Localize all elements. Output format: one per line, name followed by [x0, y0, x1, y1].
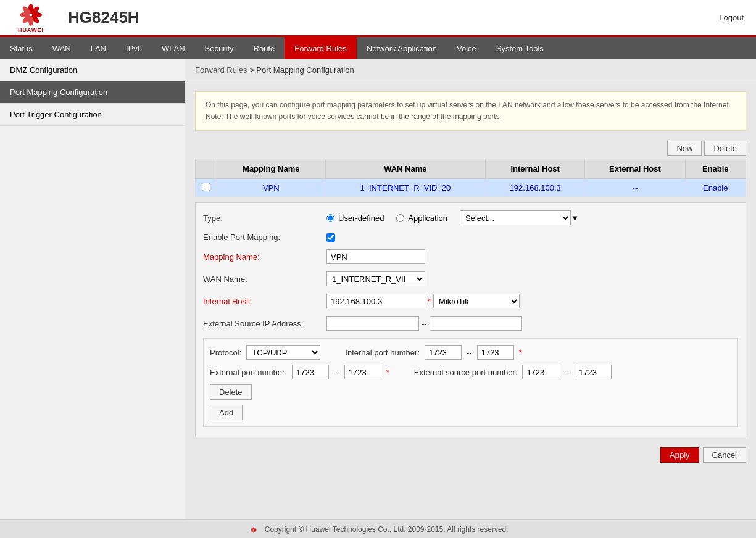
bottom-buttons: Apply Cancel — [195, 447, 746, 463]
enable-pm-label: Enable Port Mapping: — [203, 233, 326, 242]
breadcrumb-current: Port Mapping Configuration — [256, 65, 354, 75]
footer-text: Copyright © Huawei Technologies Co., Ltd… — [265, 525, 509, 534]
col-internal-host: Internal Host — [486, 159, 585, 179]
ext-port-label: External port number: — [210, 368, 287, 377]
internal-host-label: Internal Host: — [203, 297, 326, 306]
footer: Copyright © Huawei Technologies Co., Ltd… — [0, 519, 756, 538]
delete-table-button[interactable]: Delete — [704, 141, 746, 156]
type-user-defined-label: User-defined — [338, 213, 384, 223]
type-row: Type: User-defined Application Select...… — [203, 210, 738, 225]
col-enable: Enable — [685, 159, 746, 179]
wan-name-label: WAN Name: — [203, 275, 326, 284]
nav-lan[interactable]: LAN — [81, 37, 116, 59]
protocol-select[interactable]: TCP/UDP TCP UDP — [246, 345, 320, 360]
row-checkbox[interactable] — [202, 183, 210, 191]
internal-port-from[interactable] — [425, 345, 462, 360]
huawei-logo-icon — [12, 2, 49, 27]
new-button[interactable]: New — [667, 141, 702, 156]
ext-src-port-from[interactable] — [522, 365, 559, 379]
form-area: Type: User-defined Application Select...… — [195, 202, 746, 437]
internal-port-label: Internal port number: — [345, 348, 420, 357]
type-application-option[interactable]: Application — [396, 213, 447, 223]
logo-text: HUAWEI — [18, 27, 44, 33]
top-buttons: New Delete — [195, 141, 746, 156]
mapping-name-label: Mapping Name: — [203, 252, 326, 262]
ext-port-to[interactable] — [344, 365, 381, 379]
ext-src-ip-input1[interactable] — [326, 316, 419, 331]
ext-src-ip-input2[interactable] — [430, 316, 522, 331]
internal-port-to[interactable] — [477, 345, 514, 360]
select-arrow-icon: ▼ — [571, 213, 579, 223]
ext-port-from[interactable] — [292, 365, 329, 379]
internal-host-input[interactable] — [326, 294, 425, 308]
internal-host-required: * — [428, 297, 431, 306]
nav-forward-rules[interactable]: Forward Rules — [285, 37, 357, 59]
logo-area: HUAWEI — [12, 2, 49, 33]
sidebar-item-port-trigger[interactable]: Port Trigger Configuration — [0, 104, 185, 126]
type-label: Type: — [203, 213, 326, 223]
nav-wan[interactable]: WAN — [43, 37, 81, 59]
device-title: HG8245H — [62, 8, 719, 27]
breadcrumb: Forward Rules > Port Mapping Configurati… — [185, 59, 756, 81]
ext-src-port-col: External source port number: -- — [414, 365, 612, 379]
logout-button[interactable]: Logout — [719, 13, 744, 22]
cancel-button[interactable]: Cancel — [703, 447, 746, 463]
ext-port-sep: -- — [334, 368, 339, 377]
row-external-host: -- — [585, 179, 685, 197]
nav-security[interactable]: Security — [195, 37, 244, 59]
add-button[interactable]: Add — [210, 405, 243, 420]
internal-port-sep: -- — [467, 348, 472, 357]
nav-system-tools[interactable]: System Tools — [486, 37, 554, 59]
main-nav: Status WAN LAN IPv6 WLAN Security Route … — [0, 37, 756, 59]
table-area: New Delete Mapping Name WAN Name Interna… — [195, 141, 746, 197]
wan-name-select[interactable]: 1_INTERNET_R_VII — [326, 271, 425, 286]
type-radio-group: User-defined Application Select... ▼ — [326, 210, 579, 225]
ext-src-port-label: External source port number: — [414, 368, 518, 377]
col-wan-name: WAN Name — [325, 159, 486, 179]
nav-network-app[interactable]: Network Application — [357, 37, 447, 59]
mapping-name-input[interactable] — [326, 249, 425, 264]
sidebar: DMZ Configuration Port Mapping Configura… — [0, 59, 185, 519]
add-btn-row: Add — [210, 405, 731, 420]
ext-port-row: External port number: -- * External sour… — [210, 365, 731, 379]
info-line2: Note: The well-known ports for voice ser… — [206, 111, 736, 123]
ext-src-port-to[interactable] — [575, 365, 612, 379]
mapping-name-row: Mapping Name: — [203, 249, 738, 264]
type-user-defined-radio[interactable] — [326, 214, 334, 222]
nav-wlan[interactable]: WLAN — [152, 37, 195, 59]
protocol-col: Protocol: TCP/UDP TCP UDP — [210, 345, 320, 360]
delete-port-button[interactable]: Delete — [210, 384, 252, 400]
nav-route[interactable]: Route — [244, 37, 285, 59]
footer-logo-icon — [247, 526, 260, 534]
col-mapping-name: Mapping Name — [217, 159, 326, 179]
protocol-internal-port-row: Protocol: TCP/UDP TCP UDP Internal port … — [210, 345, 731, 360]
row-internal-host: 192.168.100.3 — [486, 179, 585, 197]
info-line1: On this page, you can configure port map… — [206, 99, 736, 111]
enable-pm-checkbox[interactable] — [326, 233, 335, 242]
application-select[interactable]: Select... — [460, 210, 571, 225]
ext-port-required: * — [386, 368, 389, 377]
internal-host-select[interactable]: MikroTik — [433, 294, 520, 308]
nav-status[interactable]: Status — [0, 37, 43, 59]
port-config-area: Protocol: TCP/UDP TCP UDP Internal port … — [203, 338, 738, 427]
row-enable: Enable — [685, 179, 746, 197]
row-wan-name: 1_INTERNET_R_VID_20 — [325, 179, 486, 197]
type-application-radio[interactable] — [396, 214, 404, 222]
content-area: Forward Rules > Port Mapping Configurati… — [185, 59, 756, 519]
sidebar-item-port-mapping[interactable]: Port Mapping Configuration — [0, 81, 185, 104]
apply-button[interactable]: Apply — [660, 447, 699, 463]
col-external-host: External Host — [585, 159, 685, 179]
ext-src-ip-label: External Source IP Address: — [203, 319, 326, 328]
action-buttons: Delete — [210, 384, 731, 400]
breadcrumb-link[interactable]: Forward Rules — [195, 65, 247, 75]
nav-voice[interactable]: Voice — [447, 37, 486, 59]
internal-host-row: Internal Host: * MikroTik — [203, 294, 738, 308]
sidebar-item-dmz[interactable]: DMZ Configuration — [0, 59, 185, 81]
ext-src-ip-row: External Source IP Address: -- — [203, 316, 738, 331]
col-checkbox — [196, 159, 217, 179]
mapping-table: Mapping Name WAN Name Internal Host Exte… — [195, 159, 746, 197]
type-user-defined-option[interactable]: User-defined — [326, 213, 384, 223]
row-mapping-name: VPN — [217, 179, 326, 197]
nav-ipv6[interactable]: IPv6 — [116, 37, 152, 59]
table-row[interactable]: VPN 1_INTERNET_R_VID_20 192.168.100.3 --… — [196, 179, 746, 197]
